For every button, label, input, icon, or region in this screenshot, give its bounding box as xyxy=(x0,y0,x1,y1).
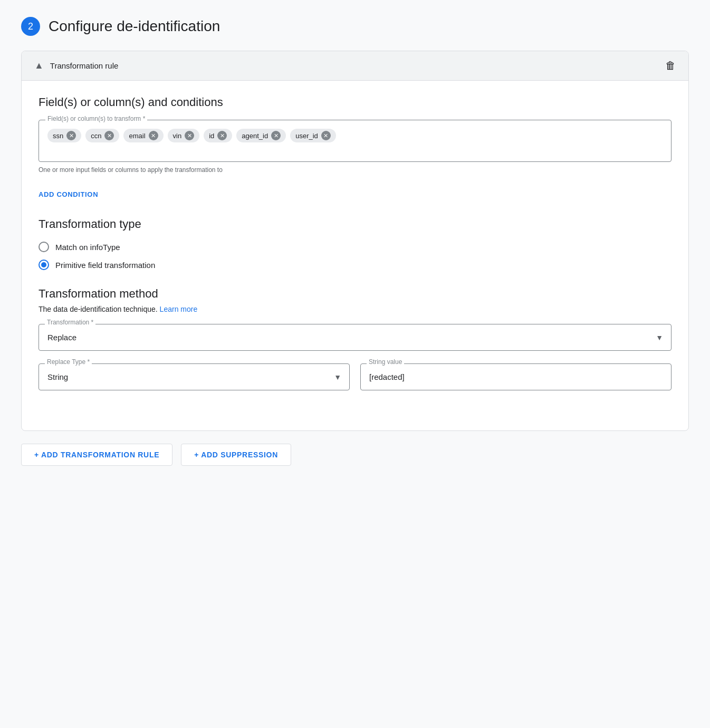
method-title: Transformation method xyxy=(39,287,671,301)
chip-label-id: id xyxy=(209,132,214,140)
transformation-select-container: Transformation * Replace Mask Tokenize E… xyxy=(39,324,671,351)
radio-inner xyxy=(41,262,46,267)
chevron-icon[interactable]: ▲ xyxy=(34,60,44,71)
method-description: The data de-identification technique. Le… xyxy=(39,305,671,313)
add-transformation-rule-button[interactable]: + ADD TRANSFORMATION RULE xyxy=(21,444,172,466)
string-value-container: String value xyxy=(360,363,671,403)
chip-remove-ccn[interactable]: ✕ xyxy=(104,131,114,140)
learn-more-link[interactable]: Learn more xyxy=(160,305,198,313)
footer-buttons: + ADD TRANSFORMATION RULE + ADD SUPPRESS… xyxy=(21,444,689,466)
radio-group: Match on infoType Primitive field transf… xyxy=(39,242,671,270)
card-body: Field(s) or column(s) and conditions Fie… xyxy=(22,81,688,430)
radio-primitive-field[interactable] xyxy=(39,260,49,270)
radio-option-primitive-field[interactable]: Primitive field transformation xyxy=(39,260,671,270)
chip-label-user_id: user_id xyxy=(295,132,318,140)
chip-label-email: email xyxy=(129,132,145,140)
chip-label-vin: vin xyxy=(173,132,182,140)
chip-email: email ✕ xyxy=(123,129,163,142)
card-header-left: ▲ Transformation rule xyxy=(34,60,118,71)
radio-match-infotype[interactable] xyxy=(39,242,49,252)
chip-label-agent_id: agent_id xyxy=(242,132,268,140)
string-value-input[interactable] xyxy=(360,363,671,390)
card-header-title: Transformation rule xyxy=(50,61,119,70)
add-suppression-button[interactable]: + ADD SUPPRESSION xyxy=(181,444,291,466)
fields-group: Field(s) or column(s) to transform * ssn… xyxy=(39,120,671,174)
chip-remove-ssn[interactable]: ✕ xyxy=(66,131,76,140)
chip-ccn: ccn ✕ xyxy=(85,129,119,142)
chip-remove-id[interactable]: ✕ xyxy=(217,131,227,140)
radio-option-match-infotype[interactable]: Match on infoType xyxy=(39,242,671,252)
chips-container: ssn ✕ ccn ✕ email ✕ vin ✕ id ✕ agent_id … xyxy=(47,127,663,142)
replace-type-container: Replace Type * String Integer Float Bool… xyxy=(39,363,350,390)
chip-ssn: ssn ✕ xyxy=(47,129,81,142)
fields-input-container: Field(s) or column(s) to transform * ssn… xyxy=(39,120,671,162)
radio-label-primitive-field: Primitive field transformation xyxy=(55,261,155,270)
chip-remove-agent_id[interactable]: ✕ xyxy=(271,131,281,140)
add-condition-button[interactable]: ADD CONDITION xyxy=(39,186,98,203)
replace-type-row: Replace Type * String Integer Float Bool… xyxy=(39,363,671,403)
transformation-type-title: Transformation type xyxy=(39,217,671,231)
replace-type-label: Replace Type * xyxy=(45,358,92,366)
card-header: ▲ Transformation rule 🗑 xyxy=(22,51,688,81)
chip-label-ccn: ccn xyxy=(91,132,101,140)
page-title: Configure de-identification xyxy=(49,18,220,35)
chip-id: id ✕ xyxy=(204,129,232,142)
transformation-label: Transformation * xyxy=(45,319,95,326)
page-header: 2 Configure de-identification xyxy=(21,17,689,36)
chip-remove-vin[interactable]: ✕ xyxy=(185,131,194,140)
chip-remove-user_id[interactable]: ✕ xyxy=(321,131,331,140)
delete-icon[interactable]: 🗑 xyxy=(665,60,676,72)
chip-user_id: user_id ✕ xyxy=(290,129,336,142)
chip-agent_id: agent_id ✕ xyxy=(236,129,286,142)
fields-section-title: Field(s) or column(s) and conditions xyxy=(39,95,671,109)
replace-type-select[interactable]: String Integer Float Boolean Date xyxy=(39,363,350,390)
radio-label-match-infotype: Match on infoType xyxy=(55,243,120,252)
transformation-select[interactable]: Replace Mask Tokenize Encrypt Suppress xyxy=(39,324,671,351)
transformation-rule-card: ▲ Transformation rule 🗑 Field(s) or colu… xyxy=(21,51,689,431)
fields-helper-text: One or more input fields or columns to a… xyxy=(39,166,671,174)
step-badge: 2 xyxy=(21,17,40,36)
chip-vin: vin ✕ xyxy=(168,129,200,142)
string-value-label: String value xyxy=(367,358,404,366)
chip-remove-email[interactable]: ✕ xyxy=(149,131,158,140)
fields-floating-label: Field(s) or column(s) to transform * xyxy=(45,115,147,122)
chip-label-ssn: ssn xyxy=(53,132,63,140)
